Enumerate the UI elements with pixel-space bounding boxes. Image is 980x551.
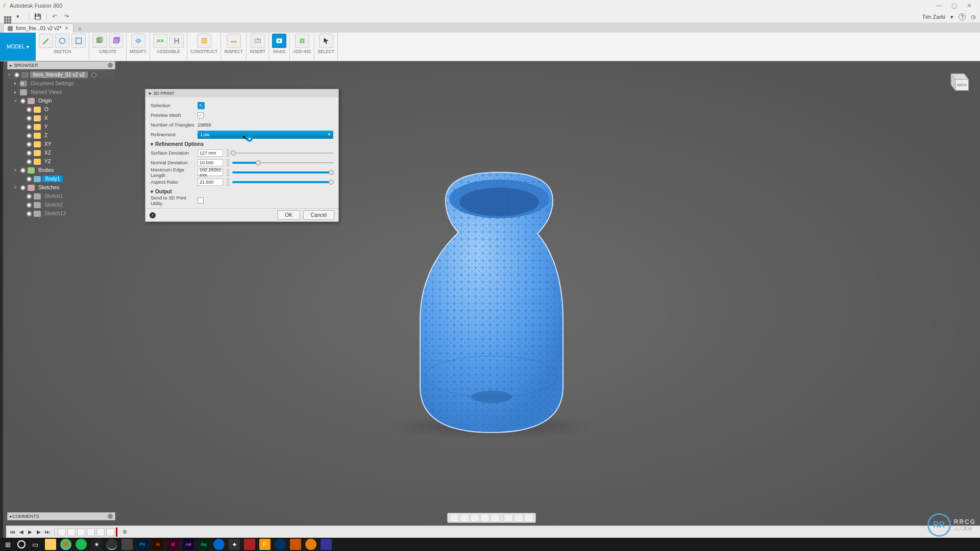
tree-origin-y[interactable]: Y	[8, 122, 115, 131]
tab-close-icon[interactable]: ✕	[64, 25, 69, 32]
normal-dev-input[interactable]: 10.000	[198, 159, 223, 166]
tree-doc-settings[interactable]: ▸⚙Document Settings	[8, 79, 115, 88]
close-button[interactable]: ✕	[962, 2, 977, 9]
task-spotify[interactable]	[76, 539, 87, 550]
browser-panel-header[interactable]: ▸ BROWSER	[7, 61, 115, 69]
tree-named-views[interactable]: ▸Named Views	[8, 88, 115, 96]
browser-settings-icon[interactable]	[108, 63, 113, 68]
send-checkbox[interactable]	[198, 197, 204, 204]
refinement-dropdown[interactable]: Low▾	[198, 131, 333, 139]
maxedge-slider[interactable]	[232, 169, 333, 176]
task-app5[interactable]	[244, 539, 255, 550]
output-section[interactable]: ▾Output	[151, 189, 333, 194]
cortana-icon[interactable]	[17, 540, 26, 548]
tree-root[interactable]: ▿form_friendly_01 v2 v2	[8, 70, 115, 79]
comments-settings-icon[interactable]	[108, 514, 113, 519]
nav-orbit[interactable]	[450, 514, 459, 522]
tree-origin-xy[interactable]: XY	[8, 140, 115, 148]
undo-icon[interactable]: ↶	[52, 13, 59, 20]
activate-icon[interactable]	[91, 72, 96, 78]
tree-sketches[interactable]: ▿Sketches	[8, 183, 115, 192]
timeline-feature-2[interactable]	[67, 528, 76, 536]
ok-button[interactable]: OK	[277, 210, 300, 220]
aspect-slider[interactable]	[232, 179, 333, 186]
tree-bodies[interactable]: ▿Bodies	[8, 166, 115, 174]
timeline-start[interactable]: ⏮	[9, 529, 16, 536]
task-app7[interactable]	[290, 539, 301, 550]
selection-picker[interactable]: ↖	[198, 102, 205, 109]
maxedge-input[interactable]: 102.28261 mm	[198, 169, 223, 176]
sketch-tool-3[interactable]	[71, 34, 86, 48]
info-icon[interactable]: i	[150, 212, 156, 218]
assemble-tool-1[interactable]	[153, 34, 167, 48]
surface-dev-slider[interactable]	[232, 149, 333, 157]
timeline-settings-icon[interactable]: ⚙	[121, 529, 128, 536]
preview-checkbox[interactable]: ✓	[198, 112, 204, 118]
addins-tool[interactable]: +	[295, 34, 309, 48]
nav-look[interactable]	[460, 514, 469, 522]
tree-origin[interactable]: ▿Origin	[8, 96, 115, 105]
inspect-tool[interactable]	[227, 34, 241, 48]
display-settings[interactable]	[504, 514, 513, 522]
timeline-play[interactable]: ▶	[27, 529, 34, 536]
task-au[interactable]: Au	[198, 539, 209, 550]
create-tool-2[interactable]	[109, 34, 123, 48]
tree-origin-yz[interactable]: YZ	[8, 157, 115, 166]
timeline-feature-1[interactable]	[58, 528, 66, 536]
task-chrome[interactable]	[60, 539, 71, 550]
mesh-preview[interactable]	[379, 157, 604, 444]
clock-icon[interactable]: ◷	[971, 14, 976, 20]
viewcube[interactable]: BACK	[944, 68, 971, 95]
nav-fit[interactable]	[491, 514, 500, 522]
nav-zoom[interactable]	[480, 514, 489, 522]
assemble-tool-2[interactable]	[169, 34, 184, 48]
construct-tool[interactable]	[197, 34, 211, 48]
help-icon[interactable]: ?	[959, 13, 966, 20]
timeline-feature-6[interactable]	[106, 528, 114, 536]
refinement-options-section[interactable]: ▾Refinement Options	[151, 141, 333, 147]
sketch-tool-2[interactable]	[55, 34, 69, 48]
task-app8[interactable]	[321, 539, 332, 550]
aspect-input[interactable]: 21.500	[198, 179, 223, 186]
timeline-marker[interactable]	[116, 528, 117, 537]
viewport-layout[interactable]	[524, 514, 533, 522]
minimize-button[interactable]: —	[931, 2, 946, 9]
workspace-switcher[interactable]: MODEL ▾	[0, 33, 36, 61]
sketch-tool-1[interactable]	[39, 34, 53, 48]
dialog-titlebar[interactable]: ●3D PRINT	[145, 89, 338, 97]
tree-sketch2[interactable]: Sketch2	[8, 201, 115, 209]
normal-dev-slider[interactable]	[232, 159, 333, 166]
task-app4[interactable]: ✦	[229, 539, 240, 550]
cancel-button[interactable]: Cancel	[303, 210, 334, 220]
user-name[interactable]: Tim Zarki	[922, 14, 945, 20]
task-obs[interactable]	[106, 539, 117, 550]
save-icon[interactable]: 💾	[34, 13, 41, 20]
select-tool[interactable]	[319, 34, 333, 48]
3d-viewport[interactable]: ▸ BROWSER ▿form_friendly_01 v2 v2 ▸⚙Docu…	[3, 61, 980, 551]
file-menu[interactable]: ▾	[16, 13, 23, 20]
tree-sketch13[interactable]: Sketch13	[8, 209, 115, 218]
task-fusion[interactable]: F	[259, 539, 271, 550]
create-tool[interactable]	[92, 34, 107, 48]
apps-icon[interactable]	[4, 13, 11, 20]
timeline-feature-3[interactable]	[77, 528, 85, 536]
user-menu-caret[interactable]: ▾	[950, 14, 953, 20]
task-app2[interactable]	[121, 539, 133, 550]
timeline-feature-4[interactable]	[87, 528, 95, 536]
tree-sketch1[interactable]: Sketch1	[8, 192, 115, 201]
task-id[interactable]: Id	[167, 539, 179, 550]
redo-icon[interactable]: ↷	[64, 13, 71, 20]
comments-panel-header[interactable]: ▸COMMENTS	[7, 512, 115, 520]
start-button[interactable]: ⊞	[2, 539, 13, 550]
surface-dev-input[interactable]: 127 mm	[198, 149, 223, 157]
tree-origin-xz[interactable]: XZ	[8, 148, 115, 157]
modify-tool[interactable]	[131, 34, 145, 48]
task-ai[interactable]: Ai	[152, 539, 163, 550]
make-3dprint-tool[interactable]	[272, 34, 286, 48]
timeline-end[interactable]: ⏭	[44, 529, 51, 536]
task-explorer[interactable]	[45, 539, 56, 550]
taskview-icon[interactable]: ▭	[30, 539, 41, 550]
timeline-next[interactable]: ▶	[35, 529, 42, 536]
task-app3[interactable]	[213, 539, 225, 550]
tree-body1[interactable]: Body1	[8, 174, 115, 183]
